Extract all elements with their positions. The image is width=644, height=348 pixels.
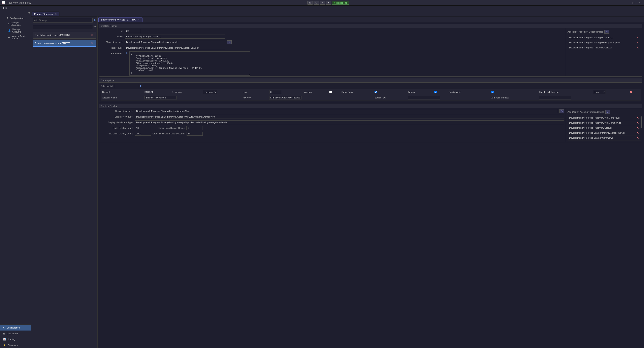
display-assembly-copy-button[interactable]: ⊕	[560, 109, 564, 113]
display-deps-copy-button[interactable]: ⊕	[605, 110, 610, 114]
sub-exchange-label-cell: Exchange:	[171, 89, 202, 95]
strategies-bottom-icon: ⚡	[3, 344, 6, 347]
add-strategy-button[interactable]: +	[94, 18, 96, 22]
sub-pass-phrase-label-cell: API Pass Phrase:	[490, 95, 538, 100]
hot-reload-label: Hot Reload	[336, 1, 347, 4]
runner-section-header: Strategy Runner	[100, 24, 642, 28]
sub-secret-key-input-cell	[407, 95, 490, 100]
sidebar-bottom-strategies[interactable]: ⚡ Strategies	[0, 342, 31, 348]
order-book-display-count-input[interactable]	[186, 126, 202, 130]
sidebar-item-manage-accounts[interactable]: 👤 Manage Accounts	[2, 27, 30, 34]
sub-trades-checkbox[interactable]	[434, 91, 437, 93]
sub-limit-input[interactable]	[269, 90, 281, 94]
display-counts-row-2: Trade Chart Display Count: Order Book Ch…	[100, 131, 566, 136]
dashboard-label: Dashboard	[7, 332, 18, 335]
toolbar-btn-4[interactable]: ✱	[326, 1, 331, 5]
sub-candlesticks-checkbox[interactable]	[491, 91, 494, 93]
sidebar-section-title[interactable]: ⚙ Configuration	[2, 16, 30, 20]
detail-tab-binance[interactable]: Binance Moving Average - ETHBTC ✕	[98, 17, 142, 22]
add-strategy-input[interactable]	[33, 18, 92, 22]
display-dep-remove-3[interactable]: ✕	[636, 131, 639, 134]
detail-tab-label: Binance Moving Average - ETHBTC	[100, 18, 136, 21]
runner-params-textarea[interactable]: { "TradeRange": 10000, "BuyIndicator": 0…	[130, 51, 250, 76]
display-assembly-input[interactable]	[135, 109, 558, 113]
filter-input[interactable]	[33, 25, 93, 29]
sub-interval-label: Candlestick Interval:	[539, 91, 559, 93]
tab-manage-strategies[interactable]: Manage Strategies ✕	[32, 12, 59, 16]
sub-candlesticks-label: Candlesticks	[448, 91, 461, 93]
sub-account-name-input[interactable]	[144, 96, 177, 99]
target-dep-item-0: DevelopmentInProgress.Strategy.Common.dl…	[568, 35, 640, 40]
dashboard-icon: ▤	[3, 332, 5, 335]
sub-exchange-select[interactable]: Binance Kucoin Bittrex	[203, 90, 217, 94]
sidebar-bottom-dashboard[interactable]: ▤ Dashboard	[0, 331, 31, 336]
strategy-remove-kucoin[interactable]: ✕	[91, 33, 94, 37]
target-dep-remove-1[interactable]: ✕	[636, 41, 639, 44]
tab-close-manage-strategies[interactable]: ✕	[55, 13, 57, 15]
target-deps-copy-button[interactable]: ⊕	[604, 30, 609, 33]
sub-pass-phrase-input[interactable]	[539, 96, 571, 99]
display-section-panel: Strategy Display Display Assembly: ⊕	[99, 104, 642, 142]
runner-assembly-row: Target Assembly: ⊕	[100, 39, 566, 45]
target-dep-remove-0[interactable]: ✕	[636, 36, 639, 39]
hot-reload-button[interactable]: ● Hot Reload	[332, 1, 349, 5]
strategy-item-kucoin[interactable]: Kucoin Moving Average - ETH-BTC ✕	[33, 32, 96, 39]
sub-secret-key-label-cell: Secret Key:	[373, 95, 407, 100]
sub-limit-input-cell	[268, 89, 303, 95]
order-book-display-count-label: Order Book Display Count:	[152, 127, 185, 129]
sub-remove-button[interactable]: ✕	[630, 90, 632, 94]
display-view-model-type-label: Display View Model Type:	[101, 121, 133, 124]
strategy-item-binance[interactable]: Binance Moving Average - ETHBTC ✕	[33, 40, 96, 47]
display-dep-remove-0[interactable]: ✕	[636, 116, 639, 119]
runner-type-label: Target Type:	[101, 47, 123, 49]
display-deps-panel: Add Display Assembly Dependencies ⊕ Deve…	[566, 108, 642, 142]
strategy-remove-binance[interactable]: ✕	[91, 42, 94, 45]
display-dep-item-1: DevelopmentInProgress.TradeView.Wpf.Comm…	[568, 120, 640, 125]
display-dep-remove-2[interactable]: ✕	[636, 126, 639, 129]
add-symbol-input[interactable]	[114, 84, 138, 88]
display-assembly-row: Display Assembly: ⊕	[100, 108, 566, 114]
runner-params-add-button[interactable]: +	[126, 51, 128, 55]
trade-display-count-input[interactable]	[135, 126, 151, 130]
sub-remove-cell: ✕	[628, 89, 640, 95]
display-dep-remove-4[interactable]: ✕	[636, 136, 639, 140]
runner-id-input[interactable]	[125, 29, 141, 33]
sidebar-collapse-button[interactable]: ◀	[28, 11, 30, 14]
sidebar-item-manage-strategies[interactable]: ≡ Manage Strategies	[2, 20, 30, 27]
display-view-model-type-input[interactable]	[135, 120, 564, 124]
sidebar-item-manage-trade-servers[interactable]: 🖧 Manage Trade Servers	[2, 34, 30, 41]
runner-type-input[interactable]	[125, 46, 226, 50]
sub-api-key-label: API Key:	[243, 96, 251, 99]
sub-secret-key-input[interactable]	[408, 96, 440, 99]
runner-assembly-copy-button[interactable]: ⊕	[227, 40, 232, 44]
menu-file[interactable]: File	[2, 6, 8, 9]
close-button[interactable]: ✕	[637, 1, 642, 5]
runner-deps-panel: Add Target Assembly Dependencies ⊕ Devel…	[566, 28, 642, 76]
toolbar-btn-3[interactable]: ▷	[320, 1, 325, 5]
maximize-button[interactable]: □	[631, 1, 636, 5]
trade-chart-display-count-input[interactable]	[135, 132, 151, 136]
sidebar-bottom-trading[interactable]: 📊 Trading	[0, 336, 31, 342]
runner-assembly-input[interactable]	[125, 40, 226, 44]
sub-api-key-input[interactable]	[269, 96, 302, 99]
minimize-button[interactable]: ─	[625, 1, 630, 5]
toolbar-btn-2[interactable]: ⊡	[314, 1, 319, 5]
order-book-chart-display-count-input[interactable]	[186, 132, 203, 136]
sidebar-bottom-configuration[interactable]: ⊡ Configuration	[0, 325, 31, 331]
display-view-type-input[interactable]	[135, 115, 564, 119]
sub-interval-select[interactable]: Hour Minute Day	[593, 90, 606, 94]
runner-assembly-label: Target Assembly:	[101, 41, 123, 43]
display-dep-remove-1[interactable]: ✕	[636, 121, 639, 124]
runner-name-label: Name:	[101, 35, 123, 38]
toolbar-btn-1[interactable]: ⊞	[307, 1, 313, 5]
detail-tab-close[interactable]: ✕	[138, 18, 140, 21]
runner-name-input[interactable]	[125, 34, 226, 39]
add-symbol-button[interactable]: +	[140, 84, 142, 88]
sub-orderbook-label: Order Book	[342, 91, 353, 93]
target-dep-remove-2[interactable]: ✕	[636, 46, 639, 49]
sub-orderbook-checkbox[interactable]	[374, 91, 377, 93]
display-dep-name-3: DevelopmentInProgress.Strategy.MovingAve…	[569, 132, 635, 134]
sub-account-checkbox[interactable]	[329, 91, 332, 93]
sub-account-label-cell: Account	[303, 89, 328, 95]
content-area: Manage Strategies ✕ + ▽ Kucoin Moving Av…	[31, 10, 644, 348]
